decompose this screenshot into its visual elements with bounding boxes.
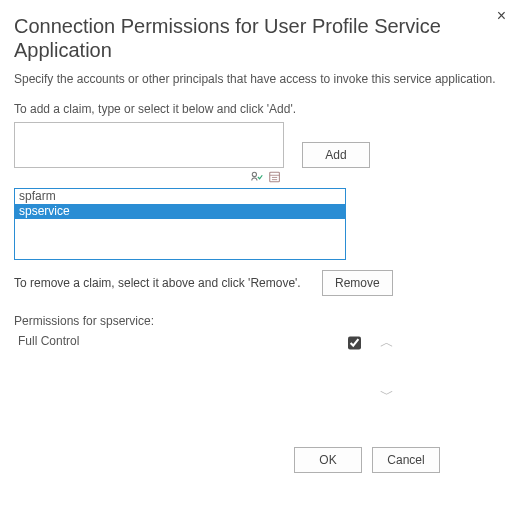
- claim-input-icons: [14, 168, 284, 184]
- add-instruction: To add a claim, type or select it below …: [14, 102, 504, 116]
- permission-checkbox[interactable]: [348, 336, 361, 350]
- claim-input-wrap: [14, 122, 284, 184]
- remove-instruction: To remove a claim, select it above and c…: [14, 276, 304, 290]
- close-icon[interactable]: ×: [497, 8, 506, 24]
- svg-point-0: [252, 172, 256, 176]
- dialog-title: Connection Permissions for User Profile …: [14, 14, 504, 62]
- ok-button[interactable]: OK: [294, 447, 362, 473]
- permissions-dialog: × Connection Permissions for User Profil…: [0, 0, 520, 507]
- remove-row: To remove a claim, select it above and c…: [14, 270, 504, 296]
- permissions-area: Full Control ︿ ﹀: [14, 334, 394, 404]
- list-item[interactable]: spfarm: [15, 189, 345, 204]
- dialog-description: Specify the accounts or other principals…: [14, 72, 504, 88]
- permissions-scrollbar[interactable]: ︿ ﹀: [380, 334, 394, 404]
- claim-input[interactable]: [14, 122, 284, 168]
- add-row: Add: [14, 122, 504, 184]
- claims-listbox[interactable]: spfarm spservice: [14, 188, 346, 260]
- remove-button[interactable]: Remove: [322, 270, 393, 296]
- chevron-up-icon[interactable]: ︿: [380, 334, 394, 352]
- chevron-down-icon[interactable]: ﹀: [380, 386, 394, 404]
- permissions-label: Permissions for spservice:: [14, 314, 504, 328]
- permission-name: Full Control: [14, 334, 344, 348]
- browse-icon[interactable]: [268, 170, 282, 184]
- list-item[interactable]: spservice: [15, 204, 345, 219]
- cancel-button[interactable]: Cancel: [372, 447, 440, 473]
- add-button[interactable]: Add: [302, 142, 370, 168]
- dialog-footer: OK Cancel: [294, 447, 440, 473]
- check-names-icon[interactable]: [250, 170, 264, 184]
